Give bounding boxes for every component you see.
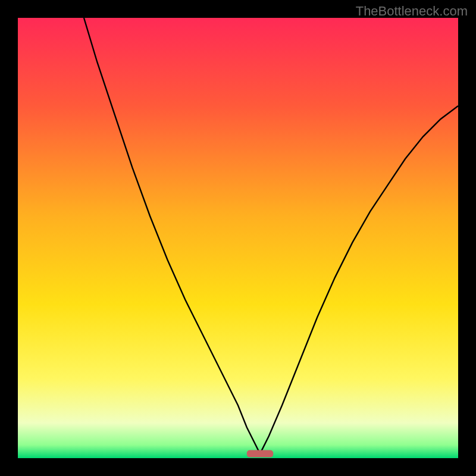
watermark-label: TheBottleneck.com	[356, 4, 468, 19]
bottom-marker	[247, 450, 273, 458]
chart-container: TheBottleneck.com	[0, 0, 476, 476]
gradient-background	[18, 18, 458, 458]
chart-svg	[18, 18, 458, 458]
